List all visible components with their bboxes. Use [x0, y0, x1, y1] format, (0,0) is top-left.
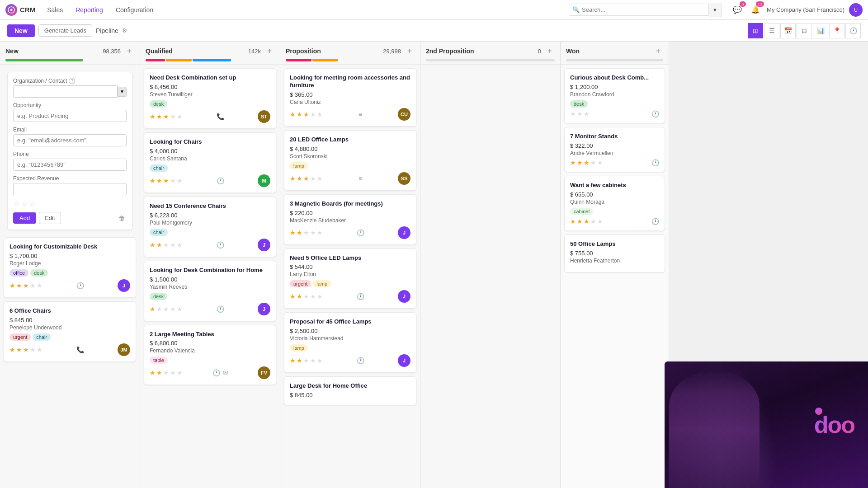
tag-lamp[interactable]: lamp: [290, 344, 308, 352]
tag-lamp[interactable]: lamp: [313, 280, 331, 287]
tag-table[interactable]: table: [150, 357, 168, 364]
clock-icon[interactable]: 🕐: [651, 159, 659, 166]
clock-icon[interactable]: 🕐: [217, 305, 224, 313]
clock-icon[interactable]: 🕐: [357, 357, 364, 364]
rating-star-1[interactable]: ☆: [13, 200, 19, 208]
kanban-view-btn[interactable]: ⊞: [748, 23, 763, 38]
org-contact-help-icon[interactable]: ?: [69, 78, 75, 84]
org-contact-dropdown-btn[interactable]: ▼: [118, 87, 127, 97]
search-input[interactable]: [569, 4, 709, 16]
card-need-5-office-led-lamps[interactable]: Need 5 Office LED Lamps $ 544.00 Larry E…: [284, 249, 416, 309]
delete-button[interactable]: 🗑: [117, 213, 127, 224]
nav-sales[interactable]: Sales: [42, 5, 67, 15]
column-new-add-btn[interactable]: +: [124, 46, 134, 56]
email-icon[interactable]: ✉: [223, 369, 228, 376]
list-icon[interactable]: ≡: [359, 111, 362, 118]
tag-cabinet[interactable]: cabinet: [570, 208, 593, 215]
company-label[interactable]: My Company (San Francisco): [767, 6, 844, 13]
card-want-few-cabinets[interactable]: Want a few cabinets $ 655.00 Quinn Morag…: [564, 176, 665, 231]
card-amount: $ 755.00: [570, 250, 659, 257]
list-icon[interactable]: ≡: [359, 175, 362, 182]
rating-star-3[interactable]: ☆: [29, 200, 36, 208]
card-stars: ★ ★ ★ ★ ★: [290, 357, 323, 364]
nav-configuration[interactable]: Configuration: [111, 5, 158, 15]
clock-icon[interactable]: 🕐: [217, 177, 224, 184]
card-footer: ★ ★ ★ ★ ★ 🕐 J: [9, 279, 130, 292]
tag-desk[interactable]: desk: [570, 100, 588, 108]
clock-icon[interactable]: 🕐: [357, 229, 364, 236]
pipeline-label[interactable]: Pipeline: [96, 27, 118, 34]
card-curious-desk-combo[interactable]: Curious about Desk Comb... $ 1,200.00 Br…: [564, 68, 665, 123]
card-7-monitor-stands[interactable]: 7 Monitor Stands $ 322.00 Andre Vermuell…: [564, 127, 665, 172]
card-title: Large Desk for Home Office: [290, 382, 410, 390]
card-3-magnetic-boards[interactable]: 3 Magnetic Boards (for meetings) $ 220.0…: [284, 194, 416, 245]
clock-icon[interactable]: 🕐: [76, 282, 84, 289]
card-actions: 📞: [76, 346, 84, 353]
card-50-office-lamps[interactable]: 50 Office Lamps $ 755.00 Henrietta Feath…: [564, 235, 665, 272]
opportunity-input[interactable]: [13, 110, 127, 122]
tag-chair[interactable]: chair: [150, 164, 168, 172]
new-button[interactable]: New: [7, 24, 35, 37]
email-input[interactable]: [13, 134, 127, 146]
tag-office[interactable]: office: [9, 269, 28, 277]
phone-icon[interactable]: 📞: [76, 346, 84, 353]
activity-view-btn[interactable]: 🕐: [845, 23, 861, 38]
graph-view-btn[interactable]: 📊: [813, 23, 828, 38]
expected-revenue-input[interactable]: $0.00: [13, 183, 127, 195]
rating-star-2[interactable]: ☆: [21, 200, 28, 208]
card-6-office-chairs[interactable]: 6 Office Chairs $ 845.00 Penelope Underw…: [4, 301, 136, 362]
clock-icon[interactable]: 🕐: [212, 369, 220, 376]
phone-input[interactable]: [13, 159, 127, 171]
card-need-15-conf-chairs[interactable]: Need 15 Conference Chairs $ 6,223.00 Pau…: [144, 197, 276, 257]
map-view-btn[interactable]: 📍: [829, 23, 844, 38]
card-proposal-45-office-lamps[interactable]: Proposal for 45 Office Lamps $ 2,500.00 …: [284, 312, 416, 373]
tag-desk[interactable]: desk: [150, 100, 167, 108]
column-2nd-proposition-progress: [426, 59, 555, 61]
card-large-desk-home-office[interactable]: Large Desk for Home Office $ 845.00: [284, 376, 416, 405]
tag-desk[interactable]: desk: [30, 269, 48, 277]
pipeline-settings-icon[interactable]: ⚙: [122, 27, 127, 34]
tag-lamp[interactable]: lamp: [290, 162, 308, 169]
phone-icon[interactable]: 📞: [217, 113, 224, 120]
generate-leads-button[interactable]: Generate Leads: [38, 24, 92, 37]
add-button[interactable]: Add: [13, 212, 36, 224]
card-2-large-meeting-tables[interactable]: 2 Large Meeting Tables $ 6,800.00 Fernan…: [144, 325, 276, 385]
card-contact: Brandon Crawford: [570, 91, 659, 98]
card-need-desk-combo[interactable]: Need Desk Combination set up $ 8,456.00 …: [144, 68, 276, 129]
card-actions: 🕐: [217, 241, 224, 249]
edit-button[interactable]: Edit: [39, 212, 61, 224]
tag-chair[interactable]: chair: [33, 333, 51, 341]
column-qualified-add-btn[interactable]: +: [264, 46, 274, 56]
nav-reporting[interactable]: Reporting: [71, 5, 108, 15]
card-tags: desk: [570, 100, 659, 108]
pivot-view-btn[interactable]: ⊟: [797, 23, 812, 38]
tag-desk[interactable]: desk: [150, 293, 167, 300]
clock-icon[interactable]: 🕐: [651, 110, 659, 117]
org-contact-input[interactable]: [13, 85, 118, 98]
column-2nd-proposition-title: 2nd Proposition: [426, 47, 474, 55]
video-overlay: doo: [665, 361, 868, 488]
card-tags: chair: [150, 229, 270, 236]
calendar-view-btn[interactable]: 📅: [780, 23, 796, 38]
brand-logo[interactable]: CRM: [5, 4, 35, 16]
tag-urgent[interactable]: urgent: [9, 333, 31, 341]
card-customizable-desk[interactable]: Looking for Customizable Desk $ 1,700.00…: [4, 237, 136, 298]
column-2nd-proposition-add-btn[interactable]: +: [545, 46, 555, 56]
clock-icon[interactable]: 🕐: [357, 293, 364, 300]
messages-btn[interactable]: 💬 6: [731, 3, 744, 17]
column-won-add-btn[interactable]: +: [653, 46, 663, 56]
notifications-badge: 13: [756, 1, 764, 7]
card-meeting-room-accessories[interactable]: Looking for meeting room accessories and…: [284, 68, 416, 127]
column-proposition-add-btn[interactable]: +: [405, 46, 415, 56]
tag-chair[interactable]: chair: [150, 229, 168, 236]
card-20-led-lamps[interactable]: 20 LED Office Lamps $ 4,880.00 Scott Sko…: [284, 130, 416, 191]
clock-icon[interactable]: 🕐: [651, 218, 659, 225]
search-dropdown-btn[interactable]: ▼: [709, 3, 722, 17]
user-avatar[interactable]: U: [849, 3, 863, 17]
card-looking-for-chairs[interactable]: Looking for Chairs $ 4,000.00 Carlos San…: [144, 132, 276, 193]
notifications-btn[interactable]: 🔔 13: [749, 3, 762, 17]
card-desk-combo-home[interactable]: Looking for Desk Combination for Home $ …: [144, 261, 276, 321]
clock-icon[interactable]: 🕐: [217, 241, 224, 249]
tag-urgent[interactable]: urgent: [290, 280, 311, 287]
list-view-btn[interactable]: ☰: [764, 23, 779, 38]
